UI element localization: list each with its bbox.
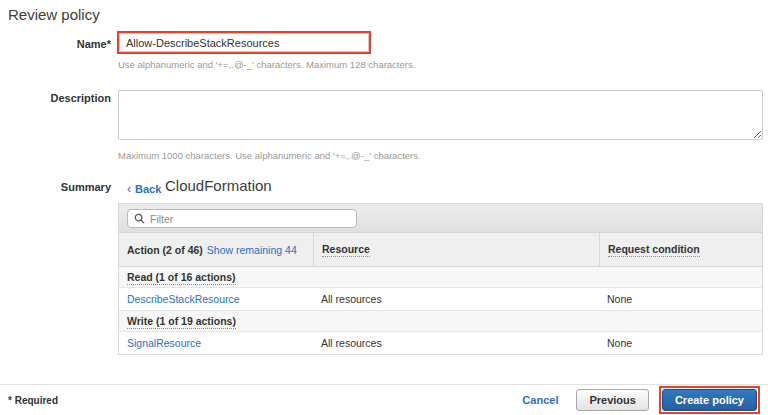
read-group-label: Read (1 of 16 actions)	[127, 271, 236, 285]
action-count-label: Action (2 of 46)	[127, 244, 203, 256]
write-group-label: Write (1 of 19 actions)	[127, 315, 236, 329]
table-header-row: Action (2 of 46) Show remaining 44 Resou…	[119, 233, 762, 267]
request-condition-cell: None	[599, 288, 762, 310]
description-help-text: Maximum 1000 characters. Use alphanumeri…	[118, 150, 421, 161]
resource-cell: All resources	[313, 288, 599, 310]
chevron-left-icon: ‹	[127, 182, 131, 196]
summary-label: Summary	[0, 181, 111, 193]
policy-description-textarea[interactable]	[118, 90, 763, 140]
service-title: CloudFormation	[165, 177, 272, 194]
name-help-text: Use alphanumeric and '+=,.@-_' character…	[118, 59, 415, 70]
policy-name-input[interactable]	[119, 33, 369, 52]
create-policy-button[interactable]: Create policy	[662, 389, 757, 411]
filter-box[interactable]	[127, 209, 357, 228]
back-link-label: Back	[135, 183, 161, 195]
name-input-annotation-box	[117, 31, 371, 54]
request-condition-cell: None	[599, 332, 762, 354]
policy-summary-table: Action (2 of 46) Show remaining 44 Resou…	[118, 203, 763, 355]
group-header-write: Write (1 of 19 actions)	[119, 311, 762, 332]
search-icon	[134, 213, 145, 224]
name-label: Name*	[0, 38, 111, 50]
request-condition-header-label: Request condition	[608, 243, 700, 257]
action-link-describe-stack-resource[interactable]: DescribeStackResource	[127, 293, 240, 305]
cancel-link[interactable]: Cancel	[522, 394, 558, 406]
footer-actions: Cancel Previous Create policy	[522, 386, 760, 414]
column-header-action: Action (2 of 46) Show remaining 44	[119, 233, 313, 266]
column-header-request-condition: Request condition	[599, 233, 762, 266]
table-row: DescribeStackResource All resources None	[119, 288, 762, 311]
column-header-resource: Resource	[313, 233, 599, 266]
action-link-signal-resource[interactable]: SignalResource	[127, 337, 201, 349]
footer-bar: * Required Cancel Previous Create policy	[0, 384, 768, 415]
back-link[interactable]: ‹Back	[127, 182, 161, 196]
show-remaining-link[interactable]: Show remaining 44	[207, 244, 297, 256]
group-header-read: Read (1 of 16 actions)	[119, 267, 762, 288]
required-note: * Required	[8, 395, 58, 406]
page-title: Review policy	[8, 6, 100, 23]
create-policy-annotation-box: Create policy	[659, 386, 760, 414]
resource-cell: All resources	[313, 332, 599, 354]
resource-header-label: Resource	[322, 243, 370, 257]
filter-bar	[119, 204, 762, 233]
description-label: Description	[0, 92, 111, 104]
filter-input[interactable]	[150, 213, 350, 225]
review-policy-page: Review policy Name* Use alphanumeric and…	[0, 0, 768, 415]
previous-button[interactable]: Previous	[576, 389, 648, 411]
table-row: SignalResource All resources None	[119, 332, 762, 354]
